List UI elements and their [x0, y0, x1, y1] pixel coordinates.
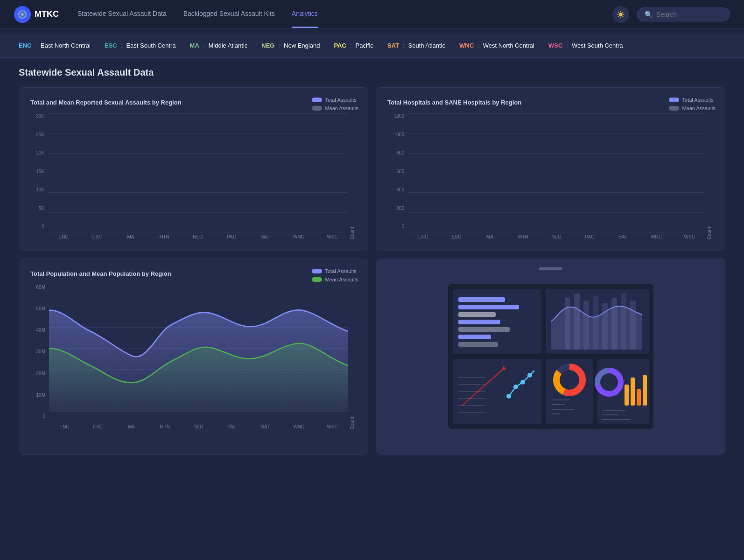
legend-enc[interactable]: ENC : East North Central: [19, 42, 91, 49]
chart3-xlabels: ENC ESC MA MTN NEG PAC SAT WNC WSC: [49, 422, 348, 429]
svg-rect-18: [458, 342, 498, 347]
chart2-bars: [408, 113, 705, 232]
dashboard-svg: [448, 284, 653, 429]
chart1-total-dot: [312, 98, 322, 102]
chart1-legend-mean: Mean Assaults: [312, 105, 358, 111]
chart2-legend-total: Total Assaults: [669, 97, 716, 103]
legend-esc[interactable]: ESC : East South Centra: [105, 42, 176, 49]
chart3-svg: [49, 285, 348, 412]
svg-line-8: [623, 12, 624, 13]
chart2-total-dot: [669, 98, 679, 102]
legend-ma-abbr: MA: [190, 42, 199, 49]
svg-point-33: [520, 380, 525, 385]
chart-card-1: Total and Mean Reported Sexual Assaults …: [19, 87, 368, 251]
legend-sat-label: South Atlantic: [408, 42, 445, 49]
navbar-right: 🔍: [612, 6, 730, 23]
chart3-legend-mean: Mean Assaults: [312, 277, 358, 282]
svg-rect-13: [458, 305, 519, 309]
svg-rect-15: [458, 320, 500, 324]
legend-esc-label: East South Centra: [126, 42, 175, 49]
svg-rect-27: [630, 301, 636, 350]
legend-wsc-label: West South Centra: [572, 42, 623, 49]
svg-point-34: [527, 373, 532, 378]
chart1-yaxis: 30K 25K 20K 15K 10K 5K 0: [30, 113, 48, 239]
legend-neg[interactable]: NEG : New England: [261, 42, 320, 49]
chart3-yaxis: 60M 50M 40M 30M 20M 10M 0: [30, 285, 49, 429]
chart2-yaxis: 1200 1000 800 600 400 200 0: [387, 113, 408, 239]
brand-name: MTKC: [35, 9, 59, 19]
nav-links: Statewide Sexual Assault Data Backlogged…: [77, 0, 612, 28]
chart3-content: ENC ESC MA MTN NEG PAC SAT WNC WSC: [49, 285, 348, 429]
nav-statewide[interactable]: Statewide Sexual Assault Data: [77, 0, 167, 28]
chart-card-3: Total Population and Mean Population by …: [19, 259, 368, 455]
nav-backlogged[interactable]: Backlogged Sexual Assault Kits: [183, 0, 275, 28]
legend-neg-label: New England: [284, 42, 320, 49]
legend-wnc-label: West North Central: [483, 42, 534, 49]
svg-point-31: [506, 394, 511, 399]
navbar: MTKC Statewide Sexual Assault Data Backl…: [0, 0, 744, 29]
svg-rect-54: [631, 378, 635, 406]
chart1-bars-area: [48, 113, 348, 232]
legend-ma[interactable]: MA : Middle Atlantic: [190, 42, 248, 49]
svg-point-1: [619, 13, 623, 16]
chart1-count-label: Count: [348, 113, 357, 239]
svg-rect-17: [458, 335, 491, 339]
chart1-legend: Total Assaults Mean Assaults: [312, 97, 358, 111]
legend-enc-abbr: ENC: [19, 42, 31, 49]
chart1-title: Total and Mean Reported Sexual Assaults …: [30, 99, 357, 106]
chart2-legend: Total Assaults Mean Assaults: [669, 97, 716, 111]
legend-sat[interactable]: SAT : South Atlantic: [387, 42, 445, 49]
svg-rect-56: [643, 375, 647, 406]
legend-neg-abbr: NEG: [261, 42, 274, 49]
svg-rect-53: [625, 385, 629, 406]
chart2-bars-area: [408, 113, 705, 232]
svg-rect-23: [593, 296, 598, 350]
chart3-count-label: Count: [348, 285, 357, 429]
chart3-legend: Total Assaults Mean Assaults: [312, 268, 358, 282]
svg-line-7: [623, 16, 624, 17]
chart3-svg-area: [49, 285, 348, 422]
chart1-mean-dot: [312, 106, 322, 111]
chart1-bars: [48, 113, 348, 232]
legend-pac-label: Pacific: [356, 42, 373, 49]
page-title: Statewide Sexual Assault Data: [19, 67, 725, 78]
legend-wsc[interactable]: WSC : West South Centra: [548, 42, 623, 49]
brand-icon: [14, 6, 31, 23]
chart-card-2: Total Hospitals and SANE Hospitals by Re…: [376, 87, 725, 251]
chart1-legend-total: Total Assaults: [312, 97, 358, 103]
search-input[interactable]: [656, 11, 722, 18]
chart2-title: Total Hospitals and SANE Hospitals by Re…: [387, 99, 714, 106]
chart-card-4: [376, 259, 725, 455]
svg-rect-24: [602, 303, 608, 350]
legend-ma-label: Middle Atlantic: [208, 42, 247, 49]
svg-line-6: [618, 12, 619, 13]
legend-wnc[interactable]: WNC : West North Central: [459, 42, 534, 49]
nav-analytics[interactable]: Analytics: [292, 0, 318, 28]
svg-rect-22: [583, 301, 589, 350]
svg-point-32: [513, 385, 518, 389]
legend-sat-abbr: SAT: [387, 42, 399, 49]
chart3-legend-total: Total Assaults: [312, 268, 358, 274]
brand[interactable]: MTKC: [14, 6, 59, 23]
chart2-mean-dot: [669, 106, 679, 111]
page-title-area: Statewide Sexual Assault Data: [0, 58, 744, 83]
chart1-xlabels: ENC ESC MA MTN NEG PAC SAT WNC WSC: [48, 232, 348, 239]
svg-rect-25: [611, 298, 617, 350]
search-box[interactable]: 🔍: [637, 7, 730, 21]
legend-pac[interactable]: PAC : Pacific: [334, 42, 373, 49]
legend-enc-label: East North Central: [41, 42, 91, 49]
dashboard-inner: [448, 284, 653, 429]
legend-wnc-abbr: WNC: [459, 42, 474, 49]
svg-rect-20: [565, 298, 570, 350]
chart2-count-label: Count: [705, 113, 714, 239]
theme-toggle-button[interactable]: [612, 6, 629, 23]
chart2-content: ENC ESC MA MTN NEG PAC SAT WNC WSC: [408, 113, 705, 239]
chart2-xlabels: ENC ESC MA MTN NEG PAC SAT WNC WSC: [408, 232, 705, 239]
chart2-legend-mean: Mean Assaults: [669, 105, 716, 111]
chart2-body: 1200 1000 800 600 400 200 0: [387, 113, 714, 239]
svg-line-9: [618, 16, 619, 17]
svg-rect-21: [574, 294, 580, 350]
chart3-title: Total Population and Mean Population by …: [30, 270, 357, 277]
legend-pac-abbr: PAC: [334, 42, 346, 49]
legend-esc-abbr: ESC: [105, 42, 117, 49]
